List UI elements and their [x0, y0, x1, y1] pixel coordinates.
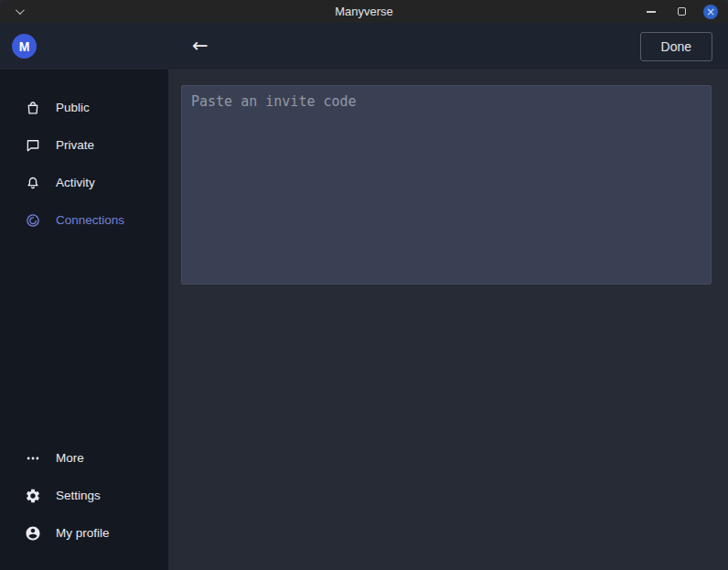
gear-icon — [25, 488, 41, 504]
bell-icon — [25, 175, 41, 191]
chevron-down-icon[interactable] — [16, 5, 25, 15]
sidebar-item-label: Settings — [56, 489, 101, 502]
maximize-icon — [678, 7, 686, 16]
logo-area: M — [0, 34, 168, 59]
done-button[interactable]: Done — [640, 32, 712, 61]
sidebar-item-my-profile[interactable]: My profile — [0, 514, 168, 552]
window-controls: × — [643, 4, 718, 20]
compass-icon — [25, 212, 41, 229]
app-header: M ← Done — [0, 23, 728, 70]
minimize-icon — [647, 11, 656, 13]
sidebar-item-private[interactable]: Private — [0, 126, 168, 164]
sidebar-item-label: Private — [56, 138, 94, 152]
close-button[interactable]: × — [703, 5, 718, 19]
window-title: Manyverse — [335, 5, 393, 18]
back-button[interactable]: ← — [192, 37, 209, 56]
sidebar-item-more[interactable]: More — [0, 439, 168, 477]
sidebar-item-public[interactable]: Public — [0, 89, 168, 126]
sidebar-item-activity[interactable]: Activity — [0, 164, 168, 201]
invite-code-input[interactable] — [181, 85, 712, 285]
minimize-button[interactable] — [643, 4, 659, 20]
profile-icon — [25, 525, 41, 542]
os-titlebar: Manyverse × — [0, 0, 728, 23]
main-panel — [168, 70, 728, 570]
sidebar-item-label: More — [56, 451, 84, 465]
bag-icon — [25, 100, 41, 116]
sidebar-item-settings[interactable]: Settings — [0, 477, 168, 514]
sidebar-item-label: Connections — [56, 213, 124, 227]
sidebar-item-connections[interactable]: Connections — [0, 201, 168, 239]
manyverse-logo-icon: M — [12, 34, 37, 59]
content-area: Public Private Activity — [0, 70, 728, 570]
sidebar-spacer — [0, 239, 168, 439]
maximize-button[interactable] — [673, 4, 690, 20]
more-icon — [25, 450, 41, 467]
sidebar-item-label: Public — [56, 101, 90, 114]
sidebar-item-label: My profile — [56, 526, 110, 540]
sidebar-item-label: Activity — [56, 176, 95, 189]
chat-icon — [25, 137, 41, 154]
sidebar: Public Private Activity — [0, 70, 168, 570]
